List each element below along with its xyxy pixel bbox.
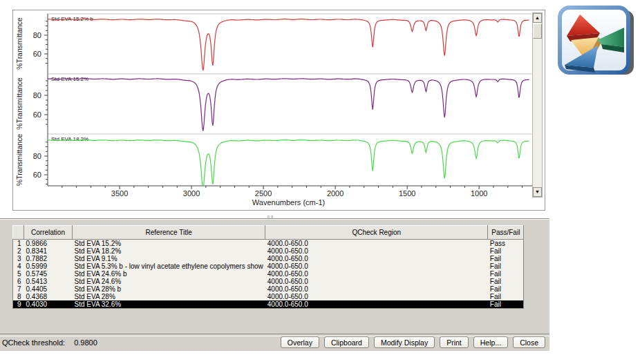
splitter-grip[interactable] — [267, 212, 276, 218]
omnic-logo — [557, 6, 636, 76]
qcheck-screen: 350030002500200015001000Wavenumbers (cm-… — [0, 0, 640, 364]
spectrum-curve-std-eva-15-2-b — [48, 19, 529, 71]
reference-title-cell: Std EVA 9.1% — [73, 255, 265, 262]
column-header-pass-fail[interactable]: Pass/Fail — [488, 226, 524, 240]
results-table-body: 10.9866Std EVA 15.2%4000.0-650.0Pass20.8… — [13, 240, 524, 309]
pass-fail-cell: Fail — [488, 285, 524, 293]
x-axis-tick-label: 3500 — [111, 189, 128, 198]
reference-title-cell: Std EVA 24.6% — [73, 278, 265, 285]
correlation-cell: 0.7882 — [24, 255, 73, 262]
row-number: 4 — [13, 262, 24, 270]
row-number: 3 — [13, 255, 24, 262]
qcheck-region-cell: 4000.0-650.0 — [265, 300, 488, 309]
reference-title-cell: Std EVA 24.6% b — [73, 270, 265, 278]
column-header-qcheck-region[interactable]: QCheck Region — [265, 226, 488, 240]
x-axis-tick-label: 1500 — [399, 189, 415, 198]
pass-fail-cell: Fail — [488, 278, 524, 285]
qcheck-threshold-label: QCheck threshold: — [2, 338, 65, 347]
correlation-cell: 0.8341 — [24, 247, 73, 255]
reference-title-cell: Std EVA 32.6% — [73, 300, 265, 309]
y-axis-tick-label: 80 — [33, 31, 41, 39]
qcheck-threshold: QCheck threshold: 0.9800 — [2, 338, 97, 347]
table-header-row: CorrelationReference TitleQCheck RegionP… — [13, 226, 524, 240]
table-row[interactable]: 60.5413Std EVA 24.6%4000.0-650.0Fail — [13, 278, 524, 285]
pass-fail-cell: Fail — [488, 293, 524, 300]
row-number: 5 — [13, 270, 24, 278]
spectrum-title-label: Std EVA 18.2% — [51, 136, 88, 142]
correlation-cell: 0.5745 — [24, 270, 73, 278]
qcheck-region-cell: 4000.0-650.0 — [265, 262, 488, 270]
qcheck-region-cell: 4000.0-650.0 — [265, 285, 488, 293]
qcheck-region-cell: 4000.0-650.0 — [265, 247, 488, 255]
x-axis-tick-label: 3000 — [183, 189, 200, 198]
overlay-button[interactable]: Overlay — [281, 336, 319, 348]
table-row[interactable]: 30.7882Std EVA 9.1%4000.0-650.0Fail — [13, 255, 524, 262]
y-axis-title: %Transmittance — [15, 134, 23, 186]
spectrum-curve-std-eva-15-2 — [48, 79, 529, 131]
y-axis-tick-label: 80 — [33, 152, 41, 160]
row-number: 8 — [13, 293, 24, 300]
spectra-scrollbar[interactable]: ▲ ▼ — [532, 12, 543, 198]
table-row[interactable]: 70.4405Std EVA 28% b4000.0-650.0Fail — [13, 285, 524, 293]
reference-title-cell: Std EVA 18.2% — [73, 247, 265, 255]
pass-fail-cell: Pass — [488, 240, 524, 248]
row-number: 7 — [13, 285, 24, 293]
correlation-cell: 0.5999 — [24, 262, 73, 270]
spectral-cursor-marker: × — [523, 17, 527, 23]
pass-fail-cell: Fail — [488, 270, 524, 278]
table-row[interactable]: 40.5999Std EVA 5.3% b - low vinyl acetat… — [13, 262, 524, 270]
y-axis-title: %Transmittance — [15, 77, 23, 130]
row-number: 9 — [13, 300, 24, 309]
close-button[interactable]: Close — [513, 336, 545, 348]
table-row[interactable]: 80.4368Std EVA 28%4000.0-650.0Fail — [13, 293, 524, 300]
omnic-logo-icon — [557, 6, 636, 76]
x-axis-tick-label: 2500 — [255, 189, 272, 198]
x-axis-tick-label: 1000 — [471, 189, 487, 198]
reference-title-cell: Std EVA 5.3% b - low vinyl acetate ethyl… — [73, 262, 265, 270]
modify-display-button[interactable]: Modify Display — [374, 336, 435, 348]
table-row[interactable]: 20.8341Std EVA 18.2%4000.0-650.0Fail — [13, 247, 524, 255]
column-header-reference-title[interactable]: Reference Title — [73, 226, 265, 240]
qcheck-region-cell: 4000.0-650.0 — [265, 255, 488, 262]
y-axis-title: %Transmittance — [15, 17, 23, 70]
qcheck-threshold-value: 0.9800 — [74, 338, 97, 347]
reference-title-cell: Std EVA 28% — [73, 293, 265, 300]
table-row[interactable]: 10.9866Std EVA 15.2%4000.0-650.0Pass — [13, 240, 524, 248]
pass-fail-cell: Fail — [488, 255, 524, 262]
column-header-gutter[interactable] — [13, 226, 24, 240]
row-number: 6 — [13, 278, 24, 285]
table-row[interactable]: 90.4030Std EVA 32.6%4000.0-650.0Fail — [13, 300, 524, 309]
scroll-down-icon[interactable]: ▼ — [533, 187, 542, 197]
correlation-cell: 0.4405 — [24, 285, 73, 293]
qcheck-region-cell: 4000.0-650.0 — [265, 293, 488, 300]
x-axis-title: Wavenumbers (cm-1) — [252, 198, 325, 207]
scroll-up-icon[interactable]: ▲ — [533, 13, 542, 23]
correlation-cell: 0.4368 — [24, 293, 73, 300]
spectra-plot[interactable]: 350030002500200015001000Wavenumbers (cm-… — [13, 10, 545, 210]
correlation-cell: 0.5413 — [24, 278, 73, 285]
button-row: OverlayClipboardModify DisplayPrintHelp.… — [281, 336, 545, 348]
y-axis-tick-label: 60 — [33, 111, 41, 119]
help-button[interactable]: Help... — [473, 336, 508, 348]
pass-fail-cell: Fail — [488, 262, 524, 270]
correlation-cell: 0.4030 — [24, 300, 73, 309]
y-axis-tick-label: 60 — [33, 171, 41, 179]
spectra-display-window[interactable]: 350030002500200015001000Wavenumbers (cm-… — [12, 10, 545, 211]
y-axis-tick-label: 80 — [33, 91, 41, 99]
scrollbar-thumb[interactable] — [533, 23, 542, 39]
table-row[interactable]: 50.5745Std EVA 24.6% b4000.0-650.0Fail — [13, 270, 524, 278]
row-number: 2 — [13, 247, 24, 255]
row-number: 1 — [13, 240, 24, 248]
qcheck-region-cell: 4000.0-650.0 — [265, 240, 488, 248]
spectrum-curve-std-eva-18-2 — [48, 140, 529, 189]
x-axis-tick-label: 2000 — [327, 189, 343, 198]
correlation-cell: 0.9866 — [24, 240, 73, 248]
clipboard-button[interactable]: Clipboard — [324, 336, 369, 348]
print-button[interactable]: Print — [440, 336, 469, 348]
qcheck-results-panel: CorrelationReference TitleQCheck RegionP… — [0, 218, 549, 351]
pass-fail-cell: Fail — [488, 247, 524, 255]
reference-title-cell: Std EVA 28% b — [73, 285, 265, 293]
pass-fail-cell: Fail — [488, 300, 524, 309]
column-header-correlation[interactable]: Correlation — [24, 226, 73, 240]
qcheck-region-cell: 4000.0-650.0 — [265, 270, 488, 278]
